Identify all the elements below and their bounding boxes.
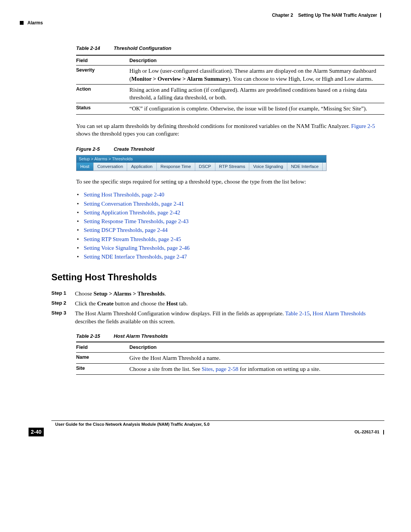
threshold-type-links: Setting Host Thresholds, page 2-40 Setti… (84, 191, 384, 260)
chapter-number: Chapter 2 (272, 13, 293, 18)
field-name: Status (76, 103, 129, 114)
row-name: Name Give the Host Alarm Threshold a nam… (76, 352, 384, 363)
caption-title: Create Threshold (114, 146, 155, 152)
chapter-title: Setting Up The NAM Traffic Analyzer (298, 13, 377, 18)
paragraph-choose-type: To see the specific steps required for s… (76, 178, 384, 185)
step-body: The Host Alarm Threshold Configuration w… (75, 310, 384, 325)
step-label: Step 1 (51, 290, 75, 297)
link-host-thresholds[interactable]: Setting Host Thresholds, page 2-40 (84, 191, 384, 198)
step-1: Step 1 Choose Setup > Alarms > Threshold… (51, 290, 384, 297)
caption-label: Table 2-15 (76, 333, 112, 340)
step-label: Step 3 (51, 310, 75, 325)
field-name: Site (76, 364, 129, 375)
step-body: Click the Create button and choose the H… (75, 300, 188, 307)
field-name: Name (76, 352, 129, 363)
link-table-2-15[interactable]: Table 2-15 (285, 310, 309, 316)
link-application-thresholds[interactable]: Setting Application Thresholds, page 2-4… (84, 209, 384, 216)
header-section: Alarms (27, 20, 43, 26)
figure-2-5-caption: Figure 2-5 Create Threshold (76, 146, 384, 153)
col-description: Description (129, 342, 384, 352)
field-desc: Give the Host Alarm Threshold a name. (129, 352, 384, 363)
threshold-tabs: Host Conversation Application Response T… (76, 163, 326, 171)
row-severity: Severity High or Low (user-configured cl… (76, 66, 384, 85)
step-2: Step 2 Click the Create button and choos… (51, 300, 384, 307)
link-host-alarm-thresholds[interactable]: Host Alarm Thresholds (312, 310, 366, 316)
link-nde-interface-thresholds[interactable]: Setting NDE Interface Thresholds, page 2… (84, 253, 384, 260)
step-3: Step 3 The Host Alarm Threshold Configur… (51, 310, 384, 325)
figure-2-5-screenshot: Setup > Alarms > Thresholds Host Convers… (76, 155, 327, 171)
table-2-14: Field Description Severity High or Low (… (76, 55, 384, 115)
col-field: Field (76, 342, 129, 352)
field-name: Severity (76, 66, 129, 85)
step-body: Choose Setup > Alarms > Thresholds. (75, 290, 166, 297)
field-name: Action (76, 84, 129, 103)
tab-rtp-streams[interactable]: RTP Streams (215, 163, 250, 171)
link-response-time-thresholds[interactable]: Setting Response Time Thresholds, page 2… (84, 217, 384, 225)
header-chapter: Chapter 2 Setting Up The NAM Traffic Ana… (272, 12, 384, 18)
link-conversation-thresholds[interactable]: Setting Conversation Thresholds, page 2-… (84, 200, 384, 208)
header-marker-icon (20, 21, 24, 25)
tab-application[interactable]: Application (127, 163, 156, 171)
row-site: Site Choose a site from the list. See Si… (76, 364, 384, 375)
table-2-15-caption: Table 2-15 Host Alarm Thresholds (76, 333, 384, 340)
tab-response-time[interactable]: Response Time (157, 163, 195, 171)
tab-host[interactable]: Host (76, 163, 94, 171)
link-dscp-thresholds[interactable]: Setting DSCP Thresholds, page 2-44 (84, 226, 384, 234)
col-field: Field (76, 55, 129, 66)
tab-dscp[interactable]: DSCP (195, 163, 215, 171)
caption-title: Threshold Configuration (114, 45, 172, 51)
table-2-15: Field Description Name Give the Host Ala… (76, 342, 384, 375)
section-heading: Setting Host Thresholds (51, 271, 384, 283)
link-figure-2-5[interactable]: Figure 2-5 (351, 123, 375, 129)
field-desc: “OK” if configuration is complete. Other… (129, 103, 384, 114)
caption-label: Figure 2-5 (76, 146, 112, 153)
steps-list: Step 1 Choose Setup > Alarms > Threshold… (51, 290, 384, 325)
row-status: Status “OK” if configuration is complete… (76, 103, 384, 114)
page-number: 2-40 (29, 428, 44, 436)
step-label: Step 2 (51, 300, 75, 307)
caption-label: Table 2-14 (76, 45, 112, 52)
link-rtp-stream-thresholds[interactable]: Setting RTP Stream Thresholds, page 2-45 (84, 235, 384, 243)
col-description: Description (129, 55, 384, 66)
link-sites-page[interactable]: Sites, page 2-58 (202, 366, 238, 372)
footer-bar-icon (383, 430, 384, 435)
footer-guide-title: User Guide for the Cisco Network Analysi… (51, 422, 384, 427)
field-desc: Rising action and Falling action (if con… (129, 84, 384, 103)
link-voice-signaling-thresholds[interactable]: Setting Voice Signaling Thresholds, page… (84, 244, 384, 252)
doc-id: OL-22617-01 (355, 429, 379, 435)
page-footer: User Guide for the Cisco Network Analysi… (51, 420, 384, 436)
table-2-14-caption: Table 2-14 Threshold Configuration (76, 45, 384, 52)
paragraph-thresholds-intro: You can set up alarm thresholds by defin… (76, 122, 384, 138)
breadcrumb: Setup > Alarms > Thresholds (76, 155, 326, 163)
tab-conversation[interactable]: Conversation (94, 163, 127, 171)
row-action: Action Rising action and Falling action … (76, 84, 384, 103)
caption-title: Host Alarm Thresholds (114, 333, 168, 339)
field-desc: High or Low (user-configured classificat… (129, 66, 384, 85)
tab-voice-signaling[interactable]: Voice Signaling (249, 163, 287, 171)
field-desc: Choose a site from the list. See Sites, … (129, 364, 384, 375)
tab-nde-interface[interactable]: NDE Interface (287, 163, 323, 171)
